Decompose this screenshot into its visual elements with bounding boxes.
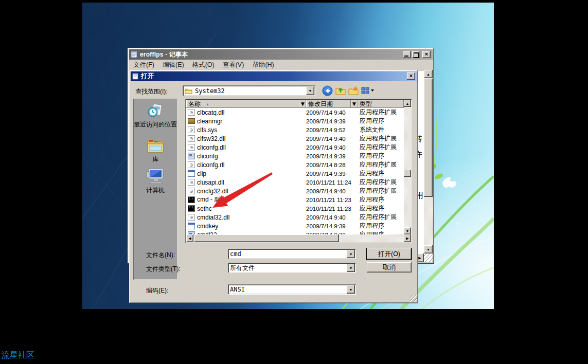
chevron-down-icon[interactable]: ▼ <box>347 264 355 272</box>
date-filter-dropdown-icon[interactable]: ▼ <box>351 100 358 108</box>
notepad-icon <box>131 51 138 58</box>
up-one-level-icon[interactable] <box>335 85 346 96</box>
dialog-resize-grip[interactable] <box>410 295 417 302</box>
menu-item-format[interactable]: 格式(O) <box>188 61 219 69</box>
close-button[interactable]: × <box>422 51 431 58</box>
list-hscroll-thumb[interactable] <box>194 234 339 242</box>
file-date: 2009/7/14 9:40 <box>306 136 346 142</box>
file-name: cliconfg <box>197 153 218 160</box>
notepad-titlebar[interactable]: erofflps - 记事本 × <box>129 49 433 60</box>
file-row-clbcatq-dll[interactable]: clbcatq.dll2009/7/14 9:40应用程序扩展 <box>186 108 404 117</box>
file-row-cleanmgr[interactable]: cleanmgr2009/7/14 9:39应用程序 <box>186 117 404 125</box>
scroll-up-icon[interactable]: ▲ <box>404 100 411 107</box>
file-type-combobox[interactable]: 所有文件 ▼ <box>228 263 356 273</box>
notepad-resize-grip[interactable] <box>424 253 433 262</box>
file-row-cliconfg-dll[interactable]: cliconfg.dll2009/7/14 9:40应用程序扩展 <box>186 143 404 152</box>
notepad-vscrollbar[interactable]: ▲ ▼ <box>424 70 433 253</box>
file-date: 2009/7/14 9:40 <box>306 110 346 116</box>
menu-item-file[interactable]: 文件(F) <box>129 61 158 69</box>
file-row-cliconfg-rll[interactable]: cliconfg.rll2009/7/14 8:28应用程序扩展 <box>186 160 404 169</box>
file-type: 应用程序扩展 <box>360 143 397 152</box>
file-type: 应用程序 <box>360 152 384 160</box>
look-in-combobox[interactable]: System32 ▼ <box>183 85 315 96</box>
window-file-icon <box>188 170 195 177</box>
dialog-close-button[interactable]: × <box>407 72 415 80</box>
scroll-right-icon[interactable]: ▶ <box>404 234 411 242</box>
file-type-value: 所有文件 <box>230 264 255 272</box>
menu-item-view[interactable]: 查看(V) <box>219 61 248 69</box>
encoding-combobox[interactable]: ANSI ▼ <box>228 284 356 295</box>
open-button[interactable]: 打开(O) <box>367 248 412 260</box>
notepad-menubar: 文件(F)编辑(E)格式(O)查看(V)帮助(H) <box>129 60 433 70</box>
place-label: 计算机 <box>133 187 177 194</box>
file-row-cmdl32[interactable]: cmdl322009/7/14 9:39应用程序 <box>186 230 404 234</box>
file-row-clfs-sys[interactable]: clfs.sys2009/7/14 9:52系统文件 <box>186 125 404 134</box>
list-vscrollbar[interactable]: ▲ ▼ <box>404 100 411 234</box>
column-header-date[interactable]: 修改日期 <box>306 100 351 108</box>
column-header-type[interactable]: 类型 <box>358 100 404 108</box>
name-filter-dropdown-icon[interactable]: ▼ <box>299 100 306 108</box>
sort-asc-icon: ▲ <box>206 102 209 106</box>
list-vscroll-thumb[interactable] <box>404 170 411 177</box>
dll-file-icon <box>188 188 195 194</box>
dll-file-icon <box>188 135 195 142</box>
notepad-icon <box>132 73 139 80</box>
file-name: cliconfg.rll <box>197 161 224 169</box>
chevron-down-icon[interactable]: ▼ <box>347 250 355 258</box>
encoding-label: 编码(E): <box>146 286 168 295</box>
sidebar-item-recent-places[interactable]: 最近访问的位置 <box>133 103 177 129</box>
minimize-button[interactable] <box>403 51 411 58</box>
file-name: cmdkey <box>197 223 218 230</box>
maximize-button[interactable] <box>412 51 420 58</box>
watermark-text: 流星社区 <box>2 350 34 361</box>
file-type: 系统文件 <box>360 125 384 134</box>
dll-file-icon <box>188 179 195 186</box>
file-row-clfsw32-dll[interactable]: clfsw32.dll2009/7/14 9:40应用程序扩展 <box>186 134 404 143</box>
menu-item-edit[interactable]: 编辑(E) <box>158 61 188 69</box>
notepad-window-title: erofflps - 记事本 <box>140 50 188 59</box>
list-hscrollbar[interactable]: ◀ ▶ <box>186 234 411 242</box>
file-row-cmdkey[interactable]: cmdkey2009/7/14 9:39应用程序 <box>186 222 404 230</box>
chevron-down-icon[interactable]: ▼ <box>347 285 355 294</box>
window-file-icon <box>188 223 195 229</box>
file-name: cmdial32.dll <box>197 214 229 221</box>
screen: erofflps - 记事本 × 文件(F)编辑(E)格式(O)查看(V)帮助(… <box>0 0 588 364</box>
new-folder-icon[interactable] <box>348 85 359 96</box>
sidebar-item-computer[interactable]: 计算机 <box>133 168 177 194</box>
scroll-up-icon[interactable]: ▲ <box>424 70 433 78</box>
views-icon[interactable] <box>361 85 375 96</box>
scroll-down-icon[interactable]: ▼ <box>424 245 433 253</box>
cancel-button[interactable]: 取消 <box>367 262 412 272</box>
close-icon: × <box>407 72 415 79</box>
dll-file-icon <box>188 161 195 168</box>
notepad-vscroll-thumb[interactable] <box>424 79 433 197</box>
back-icon[interactable] <box>322 85 333 96</box>
file-type: 应用程序扩展 <box>360 108 397 117</box>
maximize-icon <box>414 52 419 58</box>
sidebar-item-libraries[interactable]: 库 <box>133 138 177 163</box>
file-name: clbcatq.dll <box>197 109 224 116</box>
scroll-left-icon[interactable]: ◀ <box>186 234 193 242</box>
column-header-name[interactable]: 名称 ▲ <box>186 100 299 108</box>
file-row-cliconfg[interactable]: cliconfg2009/7/14 9:39应用程序 <box>186 152 404 160</box>
file-name: clfs.sys <box>197 126 217 134</box>
file-date: 2010/11/21 11:23 <box>306 197 351 203</box>
file-date: 2009/7/14 9:40 <box>306 188 346 194</box>
file-row-cmdial32-dll[interactable]: cmdial32.dll2009/7/14 9:40应用程序扩展 <box>186 213 404 222</box>
file-type: 应用程序扩展 <box>360 213 397 222</box>
dialog-title: 打开 <box>141 72 154 81</box>
chevron-down-icon[interactable]: ▼ <box>306 86 314 95</box>
file-type-label: 文件类型(T): <box>146 265 181 274</box>
dialog-titlebar[interactable]: 打开 × <box>131 71 417 81</box>
close-icon: × <box>422 50 431 58</box>
file-date: 2009/7/14 9:39 <box>306 223 346 229</box>
file-date: 2009/7/14 8:28 <box>306 162 346 168</box>
scroll-down-icon[interactable]: ▼ <box>404 227 411 234</box>
dll-file-icon <box>188 144 195 151</box>
cmd-file-icon: C:\ <box>188 205 195 212</box>
file-type: 应用程序扩展 <box>360 187 397 195</box>
menu-item-help[interactable]: 帮助(H) <box>248 61 278 69</box>
recent-places-icon <box>147 112 164 121</box>
file-name-value: cmd <box>230 250 241 258</box>
file-name-combobox[interactable]: cmd ▼ <box>228 249 356 259</box>
